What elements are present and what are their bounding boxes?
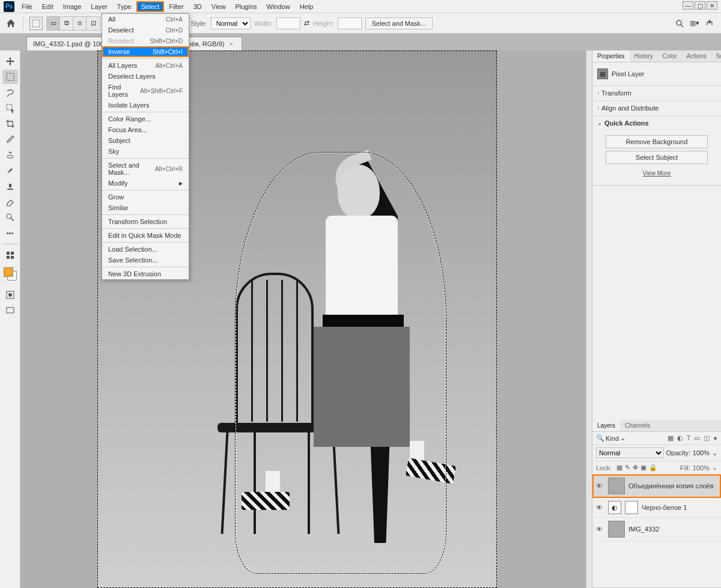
edit-toolbar-icon[interactable] [2, 248, 18, 262]
menu-item-transform-selection[interactable]: Transform Selection [102, 216, 189, 227]
menu-item-all[interactable]: AllCtrl+A [102, 14, 189, 25]
menu-item-select-and-mask[interactable]: Select and Mask...Alt+Ctrl+R [102, 160, 189, 178]
menu-item-sky[interactable]: Sky [102, 146, 189, 157]
filter-toggle-icon[interactable]: ● [713, 434, 717, 442]
filter-adjustment-icon[interactable]: ◐ [677, 434, 683, 442]
menu-item-save-selection[interactable]: Save Selection... [102, 255, 189, 265]
select-subject-button[interactable]: Select Subject [606, 151, 708, 164]
menu-plugins[interactable]: Plugins [230, 1, 261, 12]
selection-add-icon[interactable]: ⧉ [60, 17, 73, 30]
menu-type[interactable]: Type [112, 1, 136, 12]
move-tool-icon[interactable] [2, 54, 18, 68]
window-close-icon[interactable]: ✕ [707, 1, 717, 10]
close-tab-icon[interactable]: × [229, 40, 233, 47]
layer-row[interactable]: 👁 Объединённая копия слоёв [592, 474, 721, 498]
section-quick-actions[interactable]: ⌄Quick Actions [592, 115, 721, 130]
menu-item-all-layers[interactable]: All LayersAlt+Ctrl+A [102, 60, 189, 71]
layer-mask-thumbnail[interactable] [625, 501, 638, 514]
home-icon[interactable] [5, 18, 17, 29]
menu-item-deselect-layers[interactable]: Deselect Layers [102, 71, 189, 82]
filter-shape-icon[interactable]: ▭ [694, 434, 700, 442]
lasso-tool-icon[interactable] [2, 85, 18, 100]
crop-tool-icon[interactable] [2, 117, 18, 131]
lock-transparency-icon[interactable]: ▦ [616, 464, 622, 471]
marquee-tool-icon[interactable] [2, 70, 18, 84]
layer-row[interactable]: 👁 ◐ Черно-белое 1 [592, 498, 721, 518]
filter-pixel-icon[interactable]: ▦ [668, 434, 674, 442]
clone-stamp-tool-icon[interactable] [2, 179, 18, 193]
menu-window[interactable]: Window [262, 1, 295, 12]
lock-position-icon[interactable]: ✥ [633, 464, 638, 471]
menu-file[interactable]: File [17, 1, 37, 12]
menu-item-load-selection[interactable]: Load Selection... [102, 244, 189, 255]
lock-artboard-icon[interactable]: ▣ [640, 464, 646, 471]
selection-intersect-icon[interactable]: ⊡ [87, 17, 100, 30]
menu-item-inverse[interactable]: InverseShift+Ctrl+I [102, 46, 189, 57]
remove-background-button[interactable]: Remove Background [606, 135, 708, 148]
search-icon[interactable] [675, 19, 684, 28]
blend-mode-select[interactable]: Normal [596, 447, 664, 458]
screen-mode-icon[interactable] [2, 303, 18, 318]
menu-item-color-range[interactable]: Color Range... [102, 114, 189, 124]
marquee-tool-icon[interactable] [29, 17, 43, 30]
menu-item-similar[interactable]: Similar [102, 202, 189, 213]
section-align[interactable]: ›Align and Distribute [592, 100, 721, 115]
menu-item-quick-mask[interactable]: Edit in Quick Mask Mode [102, 230, 189, 241]
layer-name[interactable]: Объединённая копия слоёв [628, 482, 714, 489]
menu-3d[interactable]: 3D [189, 1, 207, 12]
eyedropper-tool-icon[interactable] [2, 132, 18, 147]
object-selection-tool-icon[interactable] [2, 101, 18, 115]
tab-actions[interactable]: Actions [682, 50, 711, 62]
fill-value[interactable]: 100% [693, 464, 710, 471]
menu-item-new-3d-extrusion[interactable]: New 3D Extrusion [102, 268, 189, 279]
eraser-tool-icon[interactable] [2, 195, 18, 209]
brush-tool-icon[interactable] [2, 163, 18, 178]
select-and-mask-button[interactable]: Select and Mask... [365, 17, 433, 29]
menu-layer[interactable]: Layer [86, 1, 112, 12]
style-select[interactable]: Normal [211, 17, 251, 29]
layer-filter-kind[interactable]: 🔍 Kind ⌄ [596, 434, 625, 442]
tab-color[interactable]: Color [658, 50, 682, 62]
quick-mask-icon[interactable] [2, 288, 18, 302]
dodge-tool-icon[interactable] [2, 210, 18, 225]
window-minimize-icon[interactable]: — [683, 1, 693, 10]
layer-name[interactable]: Черно-белое 1 [642, 504, 687, 511]
foreground-color[interactable] [4, 267, 13, 277]
menu-filter[interactable]: Filter [164, 1, 188, 12]
menu-item-deselect[interactable]: DeselectCtrl+D [102, 25, 189, 35]
menu-edit[interactable]: Edit [37, 1, 58, 12]
view-more-link[interactable]: View More [597, 166, 716, 180]
layer-name[interactable]: IMG_4332 [628, 526, 659, 533]
healing-brush-tool-icon[interactable] [2, 148, 18, 162]
tab-channels[interactable]: Channels [620, 420, 655, 431]
layer-thumbnail[interactable] [608, 521, 625, 538]
menu-item-focus-area[interactable]: Focus Area... [102, 124, 189, 135]
menu-help[interactable]: Help [295, 1, 318, 12]
share-icon[interactable] [705, 19, 714, 28]
menu-image[interactable]: Image [58, 1, 87, 12]
visibility-icon[interactable]: 👁 [596, 526, 604, 533]
menu-item-isolate-layers[interactable]: Isolate Layers [102, 100, 189, 111]
layer-row[interactable]: 👁 IMG_4332 [592, 518, 721, 541]
more-tools-icon[interactable]: ••• [2, 226, 18, 240]
menu-view[interactable]: View [207, 1, 231, 12]
visibility-icon[interactable]: 👁 [596, 504, 604, 511]
color-swatch[interactable] [4, 267, 17, 280]
tab-history[interactable]: History [630, 50, 658, 62]
menu-item-grow[interactable]: Grow [102, 192, 189, 202]
selection-new-icon[interactable]: ▭ [47, 17, 60, 30]
window-maximize-icon[interactable]: ▢ [695, 1, 705, 10]
filter-type-icon[interactable]: T [687, 434, 691, 442]
tab-swatches[interactable]: Swatches [711, 50, 721, 62]
visibility-icon[interactable]: 👁 [596, 482, 604, 489]
lock-all-icon[interactable]: 🔒 [649, 464, 657, 471]
tab-properties[interactable]: Properties [592, 50, 630, 62]
menu-item-find-layers[interactable]: Find LayersAlt+Shift+Ctrl+F [102, 82, 189, 100]
collapsed-panel-strip[interactable] [586, 50, 592, 588]
filter-smart-icon[interactable]: ◫ [704, 434, 710, 442]
menu-item-modify[interactable]: Modify▶ [102, 178, 189, 189]
workspace-icon[interactable]: ▥▾ [690, 19, 699, 27]
opacity-value[interactable]: 100% [693, 449, 710, 456]
section-transform[interactable]: ›Transform [592, 85, 721, 100]
layer-thumbnail[interactable] [608, 477, 625, 494]
